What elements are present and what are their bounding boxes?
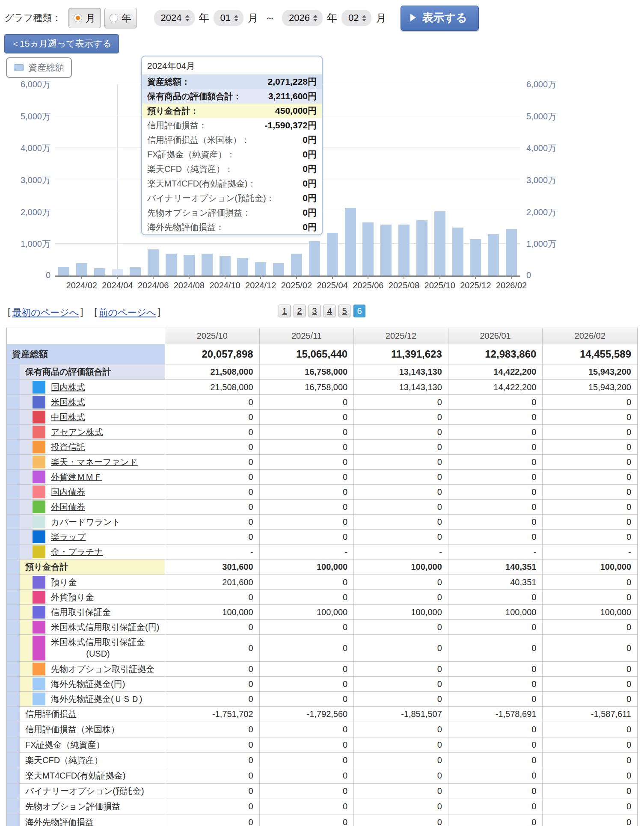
- table-cell: 0: [448, 799, 543, 814]
- asset-category-link[interactable]: 国内債券: [45, 485, 85, 499]
- x-axis-label: 2025/04: [317, 281, 347, 290]
- back-15-months-button[interactable]: ＜15ヵ月遡って表示する: [4, 34, 119, 53]
- table-cell: 0: [354, 470, 448, 484]
- pagination: [ 最初のページへ ] [ 前のページへ ] 123456: [0, 301, 644, 326]
- bar-2024/02[interactable]: [76, 263, 87, 275]
- show-button[interactable]: 表示する: [401, 6, 478, 31]
- table-cell: -1,578,691: [448, 707, 543, 722]
- bar-2025/06[interactable]: [362, 222, 374, 275]
- table-cell: 0: [448, 530, 543, 544]
- bar-2024/08[interactable]: [184, 255, 195, 275]
- bar-2024/07[interactable]: [166, 254, 177, 276]
- asset-category-link[interactable]: 国内株式: [45, 380, 85, 394]
- table-cell: 0: [260, 395, 354, 409]
- row-label-cell: FX証拠金（純資産）: [7, 737, 165, 752]
- row-label: 信用評価損益: [20, 707, 77, 722]
- tooltip-row-value: -1,590,372円: [265, 119, 317, 131]
- bar-2024/03[interactable]: [94, 268, 105, 275]
- asset-category-link[interactable]: 外国債券: [45, 500, 85, 514]
- bar-2025/04[interactable]: [327, 233, 338, 275]
- table-cell: 0: [354, 455, 448, 469]
- table-cell: 0: [165, 455, 260, 469]
- bar-2025/05[interactable]: [345, 208, 356, 275]
- row-label-cell: 米国株式信用取引保証金(円): [7, 620, 165, 634]
- tooltip-row: 海外先物評価損益：0円: [142, 220, 322, 234]
- bar-2025/09[interactable]: [416, 220, 427, 275]
- x-axis-label: 2025/10: [424, 281, 455, 290]
- table-cell: 13,143,130: [354, 380, 448, 394]
- to-month-select[interactable]: 02: [341, 10, 371, 26]
- row-label: 信用取引保証金: [45, 605, 111, 619]
- bar-2025/02[interactable]: [291, 254, 302, 276]
- bar-2025/07[interactable]: [380, 225, 392, 275]
- table-cell: 0: [354, 500, 448, 514]
- table-cell: 0: [260, 737, 354, 752]
- row-label-cell: 米国株式信用取引保証金(USD): [7, 635, 165, 661]
- table-cell: 301,600: [165, 560, 260, 574]
- asset-category-link[interactable]: 外貨建ＭＭＦ: [45, 470, 102, 484]
- asset-category-link[interactable]: 投資信託: [45, 440, 85, 454]
- indent-band: [7, 722, 20, 737]
- table-cell: 100,000: [354, 560, 448, 574]
- asset-category-link[interactable]: アセアン株式: [45, 425, 103, 439]
- to-year-select[interactable]: 2026: [282, 10, 323, 26]
- asset-category-link[interactable]: 楽ラップ: [45, 530, 86, 544]
- bar-2024/09[interactable]: [202, 254, 213, 276]
- bar-2024/04[interactable]: [112, 269, 123, 276]
- bar-2025/12[interactable]: [470, 239, 481, 275]
- row-label: 海外先物評価損益: [20, 814, 94, 826]
- table-row: 米国株式信用取引保証金(円)00000: [7, 620, 637, 635]
- bar-2025/11[interactable]: [452, 228, 463, 276]
- from-month-select[interactable]: 01: [214, 10, 243, 26]
- table-cell: 0: [165, 722, 260, 737]
- bar-2024/10[interactable]: [220, 256, 231, 275]
- page-number-6[interactable]: 6: [353, 305, 365, 317]
- asset-category-link[interactable]: 中国株式: [45, 410, 85, 424]
- row-label-cell: 海外先物証拠金(ＵＳＤ): [7, 692, 165, 706]
- bar-2026/01[interactable]: [488, 234, 499, 275]
- asset-category-link[interactable]: 米国株式: [45, 395, 85, 409]
- tooltip-row-label: 信用評価損益：: [147, 120, 207, 131]
- bar-2024/11[interactable]: [237, 258, 248, 275]
- range-tilde: ～: [265, 11, 275, 25]
- bar-2024/01[interactable]: [58, 267, 69, 275]
- asset-category-link[interactable]: 楽天・マネーファンド: [45, 455, 138, 469]
- bar-2025/03[interactable]: [309, 241, 320, 275]
- asset-category-link[interactable]: 金・プラチナ: [45, 545, 103, 559]
- bar-2025/08[interactable]: [398, 225, 410, 275]
- page-number-5[interactable]: 5: [338, 305, 350, 317]
- table-cell: 100,000: [260, 605, 354, 619]
- bar-2026/02[interactable]: [506, 229, 517, 275]
- table-cell: 0: [354, 530, 448, 544]
- row-label: 先物オプション評価損益: [20, 799, 120, 814]
- table-cell: 0: [448, 395, 543, 409]
- page-number-3[interactable]: 3: [309, 305, 321, 317]
- page-number-4[interactable]: 4: [323, 305, 335, 317]
- bar-2024/06[interactable]: [148, 249, 159, 275]
- table-row: 海外先物評価損益00000: [7, 814, 637, 826]
- indent-band: [7, 590, 20, 604]
- page-number-2[interactable]: 2: [294, 305, 306, 317]
- row-label: 海外先物証拠金(ＵＳＤ): [45, 692, 142, 706]
- table-cell: 0: [165, 515, 260, 529]
- radio-unselected-icon: [110, 14, 118, 22]
- indent-band: [20, 485, 33, 499]
- column-header-2025/10: 2025/10: [165, 328, 260, 344]
- bar-2025/10[interactable]: [434, 211, 445, 275]
- y-axis-tick-right: 6,000万: [526, 79, 556, 90]
- indent-band: [20, 380, 33, 394]
- bar-2024/05[interactable]: [130, 267, 141, 275]
- from-year-select[interactable]: 2024: [154, 10, 195, 26]
- year-unit-label: 年: [199, 11, 209, 25]
- chart-legend[interactable]: 資産総額: [6, 57, 72, 78]
- bar-2024/12[interactable]: [255, 262, 266, 275]
- tooltip-row: 楽天CFD（純資産）：0円: [142, 162, 322, 176]
- x-axis-label: 2024/02: [66, 281, 97, 290]
- radio-year[interactable]: 年: [104, 8, 137, 28]
- row-label: 楽天CFD（純資産）: [20, 753, 103, 768]
- page-number-1[interactable]: 1: [279, 305, 291, 317]
- table-cell: 0: [543, 620, 637, 634]
- bar-2025/01[interactable]: [273, 263, 284, 275]
- radio-month[interactable]: 月: [68, 8, 101, 28]
- show-button-label: 表示する: [422, 10, 467, 25]
